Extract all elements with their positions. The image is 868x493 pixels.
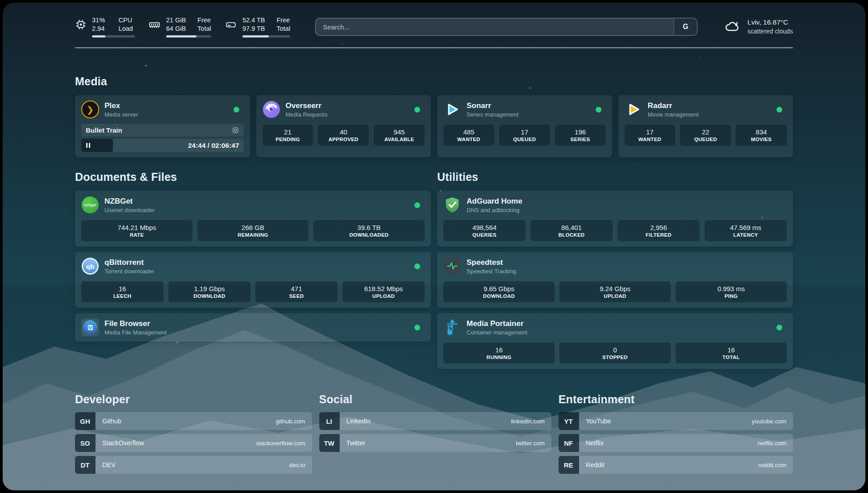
app-name: Radarr (648, 101, 699, 110)
link-netflix[interactable]: NF Netflix netflix.com (559, 434, 793, 452)
app-name: AdGuard Home (467, 196, 522, 206)
status-dot (596, 107, 601, 113)
link-url: github.com (276, 418, 305, 425)
youtube-badge: YT (559, 412, 579, 430)
stat-filtered: 2,956 FILTERED (618, 220, 700, 241)
section-title-utilities: Utilities (437, 171, 793, 184)
link-name: Twitter (346, 439, 366, 447)
section-title-developer: Developer (75, 393, 312, 406)
link-name: Github (102, 418, 121, 425)
card-qbittorrent[interactable]: qb qBittorrent Torrent downloader 16 LEE… (75, 252, 431, 308)
link-stackoverflow[interactable]: SO StackOverflow stackoverflow.com (75, 434, 312, 452)
app-description: Media Requests (286, 111, 328, 118)
netflix-badge: NF (559, 434, 579, 452)
stat-blocked: 86,401 BLOCKED (530, 220, 613, 241)
link-url: reddit.com (758, 462, 786, 468)
app-name: Sonarr (467, 101, 518, 110)
card-speedtest[interactable]: Speedtest Speedtest Tracking 9.65 Gbps D… (437, 252, 793, 308)
app-name: Media Portainer (467, 319, 527, 328)
stat-latency: 47.569 ms LATENCY (705, 220, 787, 241)
app-description: Movie management (648, 111, 699, 118)
link-twitter[interactable]: TW Twitter twitter.com (319, 434, 551, 452)
linkedin-badge: LI (319, 412, 340, 430)
stat-stopped: 0 STOPPED (559, 343, 671, 363)
github-badge: GH (75, 412, 96, 430)
stat-download: 1.19 Gbps DOWNLOAD (168, 281, 250, 302)
stat-pending: 21 PENDING (263, 125, 313, 146)
cpu-icon (75, 16, 87, 30)
memory-free-value: 21 GiB (166, 16, 186, 24)
cpu-load-value: 2.94 (92, 25, 107, 33)
link-name: YouTube (586, 418, 611, 425)
disk-progress-bar (242, 35, 290, 38)
section-social: Social LI LinkedIn linkedin.com TW Twitt… (319, 393, 551, 474)
card-radarr[interactable]: Radarr Movie management 17 WANTED 22 QUE… (618, 95, 793, 157)
link-name: StackOverflow (102, 439, 144, 447)
cpu-usage-value: 31% (92, 16, 107, 24)
now-playing-title: Bullet Train (86, 126, 122, 134)
playback-time: 24:44 / 02:06:47 (188, 139, 239, 152)
weather-location-temp: Lviv, 16.87°C (747, 18, 793, 27)
memory-progress-bar (166, 35, 211, 38)
radarr-icon (625, 100, 643, 118)
speedtest-icon (444, 258, 461, 275)
link-url: linkedin.com (511, 418, 545, 425)
reddit-badge: RE (559, 456, 579, 474)
stat-queued: 22 QUEUED (680, 125, 731, 146)
overseerr-icon (263, 100, 280, 118)
section-entertainment: Entertainment YT YouTube youtube.com NF … (559, 393, 793, 474)
card-adguard[interactable]: AdGuard Home DNS and adblocking 498,564 … (437, 191, 793, 246)
link-github[interactable]: GH Github github.com (75, 412, 312, 430)
weather-widget[interactable]: Lviv, 16.87°C scattered clouds (722, 18, 793, 36)
status-dot (234, 107, 239, 113)
media-poster-icon[interactable] (232, 126, 239, 134)
top-bar: 31% CPU 2.94 Load (75, 3, 793, 38)
stat-upload: 618.52 Mbps UPLOAD (342, 281, 425, 302)
playback-progress-bar[interactable]: 24:44 / 02:06:47 (81, 139, 244, 152)
filebrowser-icon (83, 320, 97, 334)
card-nzbget[interactable]: nzbget NZBGet Usenet downloader 744.21 M… (75, 191, 431, 246)
section-utilities: Utilities (437, 171, 793, 369)
link-name: Netflix (586, 439, 604, 447)
card-sonarr[interactable]: Sonarr Series management 485 WANTED 17 Q… (437, 95, 612, 157)
disk-total-label: Total (277, 25, 291, 33)
plex-icon: ❯ (81, 100, 99, 118)
card-overseerr[interactable]: Overseerr Media Requests 21 PENDING 40 A… (256, 95, 431, 157)
link-reddit[interactable]: RE Reddit reddit.com (559, 456, 793, 474)
link-name: DEV (102, 461, 116, 468)
memory-stat: 21 GiB Free 64 GiB Total (148, 16, 211, 38)
link-url: youtube.com (752, 418, 786, 425)
stat-queries: 498,564 QUERIES (443, 220, 526, 241)
sonarr-icon (443, 100, 461, 118)
link-dev[interactable]: DT DEV dev.to (75, 456, 312, 474)
app-name: Plex (104, 101, 138, 110)
memory-free-label: Free (197, 16, 211, 24)
cpu-stat: 31% CPU 2.94 Load (75, 16, 135, 38)
memory-total-label: Total (197, 25, 211, 33)
stat-wanted: 17 WANTED (625, 125, 676, 146)
nzbget-icon: nzbget (82, 196, 99, 213)
app-description: Usenet downloader (104, 207, 154, 213)
memory-total-value: 64 GiB (166, 25, 186, 33)
search-engine-button[interactable]: G (674, 18, 697, 35)
card-plex[interactable]: ❯ Plex Media server Bullet Train (75, 95, 250, 157)
link-linkedin[interactable]: LI LinkedIn linkedin.com (319, 412, 551, 430)
app-description: Series management (467, 111, 518, 118)
stat-series: 196 SERIES (555, 125, 606, 146)
card-portainer[interactable]: Media Portainer Container management 16 … (437, 313, 793, 369)
card-filebrowser[interactable]: File Browser Media File Management (75, 313, 431, 342)
memory-icon (148, 16, 161, 30)
app-name: Overseerr (286, 101, 328, 110)
disk-free-value: 52.4 TB (242, 16, 265, 24)
section-title-social: Social (319, 393, 551, 406)
section-media: Media ❯ Plex Media server Bullet Train (75, 75, 793, 157)
app-name: Speedtest (467, 258, 516, 267)
cpu-load-label: Load (118, 25, 135, 33)
portainer-icon (443, 318, 461, 336)
search-input[interactable] (316, 18, 697, 35)
link-youtube[interactable]: YT YouTube youtube.com (559, 412, 793, 430)
stat-approved: 40 APPROVED (318, 125, 369, 146)
stackoverflow-badge: SO (75, 434, 96, 452)
stat-available: 945 AVAILABLE (374, 125, 425, 146)
dashboard-window: 31% CPU 2.94 Load (3, 3, 865, 490)
